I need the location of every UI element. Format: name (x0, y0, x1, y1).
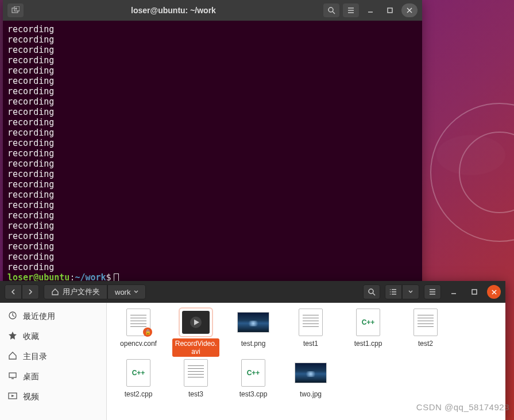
terminal-output-line: recording (7, 45, 418, 55)
video-icon (182, 311, 210, 334)
minimize-icon (367, 7, 374, 14)
document-icon (184, 359, 208, 387)
terminal-output-line: recording (7, 210, 418, 221)
files-close-button[interactable] (487, 285, 501, 299)
files-minimize-button[interactable] (446, 285, 462, 299)
terminal-new-tab-button[interactable] (7, 3, 24, 17)
terminal-output-line: recording (7, 148, 418, 159)
terminal-maximize-button[interactable] (382, 3, 398, 17)
terminal-body[interactable]: recordingrecordingrecordingrecordingreco… (3, 21, 422, 288)
terminal-close-button[interactable] (401, 3, 418, 17)
files-grid[interactable]: 🔒opencv.confRecordVideo.avitest.pngtest1… (107, 303, 505, 420)
file-label: test1 (301, 338, 320, 349)
file-item[interactable]: test3 (172, 359, 219, 399)
sidebar-item-label: 视频 (23, 392, 39, 402)
terminal-window: loser@ubuntu: ~/work recordingrecordingr… (3, 0, 422, 288)
terminal-titlebar[interactable]: loser@ubuntu: ~/work (3, 0, 422, 21)
terminal-output-line: recording (7, 159, 418, 169)
starred-icon (8, 331, 17, 342)
files-view-dropdown-button[interactable] (402, 284, 419, 299)
sidebar-item-recent[interactable]: 最近使用 (0, 306, 106, 326)
file-label: opencv.conf (118, 338, 159, 349)
image-thumbnail (237, 312, 269, 333)
sidebar-item-starred[interactable]: 收藏 (0, 326, 106, 346)
videos-icon (8, 391, 17, 402)
sidebar-item-label: 最近使用 (23, 311, 55, 322)
breadcrumb-current[interactable]: work (107, 284, 146, 299)
files-maximize-button[interactable] (466, 285, 482, 299)
terminal-menu-button[interactable] (343, 3, 359, 17)
sidebar-item-label: 主目录 (23, 352, 47, 362)
close-icon (492, 290, 497, 295)
hamburger-icon (428, 288, 436, 296)
file-label: test2.cpp (122, 389, 155, 399)
files-forward-button[interactable] (22, 284, 39, 299)
terminal-minimize-button[interactable] (362, 3, 378, 17)
home-icon (51, 288, 59, 296)
breadcrumb-home[interactable]: 用户文件夹 (44, 284, 107, 299)
minimize-icon (450, 288, 457, 295)
breadcrumb-home-label: 用户文件夹 (63, 287, 100, 297)
files-menu-button[interactable] (424, 284, 441, 299)
terminal-output-line: recording (7, 190, 418, 200)
file-label: test3.cpp (237, 389, 270, 399)
files-window: 用户文件夹 work (0, 281, 505, 420)
file-item[interactable]: RecordVideo.avi (172, 309, 219, 357)
svg-point-1 (459, 132, 514, 213)
recent-icon (8, 311, 17, 322)
file-item[interactable]: C++test2.cpp (115, 359, 162, 399)
sidebar-item-home[interactable]: 主目录 (0, 346, 106, 367)
new-tab-icon (11, 6, 20, 14)
maximize-icon (471, 288, 478, 295)
files-search-button[interactable] (363, 284, 380, 299)
cpp-icon: C++ (241, 359, 265, 387)
maximize-icon (387, 7, 393, 14)
terminal-output-line: recording (7, 231, 418, 241)
sidebar-item-videos[interactable]: 视频 (0, 387, 106, 407)
file-label: RecordVideo.avi (172, 338, 219, 357)
cpp-icon: C++ (126, 359, 150, 387)
svg-point-2 (436, 135, 505, 175)
svg-rect-14 (9, 373, 16, 377)
document-icon (299, 309, 323, 336)
terminal-output-line: recording (7, 97, 418, 107)
file-item[interactable]: two.jpg (287, 359, 334, 399)
files-back-button[interactable] (5, 284, 22, 299)
terminal-output-line: recording (7, 179, 418, 190)
document-icon: 🔒 (126, 309, 150, 336)
file-item[interactable]: test2 (402, 309, 449, 357)
chevron-left-icon (10, 289, 16, 295)
terminal-output-line: recording (7, 86, 418, 97)
svg-line-10 (373, 293, 375, 295)
home-icon (8, 351, 17, 362)
lock-icon: 🔒 (143, 327, 152, 337)
chevron-down-icon (134, 290, 138, 294)
files-view-list-button[interactable] (385, 284, 402, 299)
terminal-output-line: recording (7, 117, 418, 128)
desktop-icon (8, 371, 17, 382)
file-label: two.jpg (297, 389, 324, 399)
terminal-output-line: recording (7, 55, 418, 65)
file-item[interactable]: C++test1.cpp (345, 309, 392, 357)
terminal-output-line: recording (7, 262, 418, 272)
document-icon (413, 309, 438, 336)
svg-rect-8 (388, 8, 392, 13)
file-label: test3 (186, 389, 206, 399)
close-icon (407, 7, 412, 13)
search-icon (368, 288, 376, 296)
cpp-icon: C++ (356, 309, 380, 336)
search-icon (327, 6, 335, 14)
file-item[interactable]: test.png (230, 309, 277, 357)
terminal-output-line: recording (7, 200, 418, 210)
terminal-output-line: recording (7, 138, 418, 148)
sidebar-item-desktop[interactable]: 桌面 (0, 367, 106, 387)
file-label: test1.cpp (352, 338, 385, 349)
file-item[interactable]: test1 (287, 309, 334, 357)
file-item[interactable]: C++test3.cpp (230, 359, 277, 399)
terminal-search-button[interactable] (323, 3, 339, 17)
files-titlebar[interactable]: 用户文件夹 work (0, 281, 505, 303)
svg-point-0 (431, 103, 514, 241)
terminal-output-line: recording (7, 169, 418, 179)
terminal-output-line: recording (7, 24, 418, 34)
file-item[interactable]: 🔒opencv.conf (115, 309, 162, 357)
